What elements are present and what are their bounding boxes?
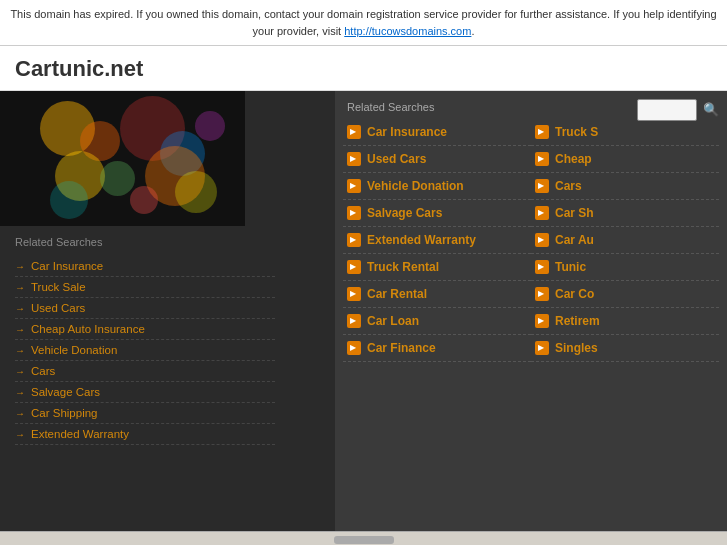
panel-link-car-sh[interactable]: Car Sh (555, 206, 594, 220)
grid-right-col: Truck S Cheap Cars Car Sh Car Au (531, 119, 719, 362)
list-item: Used Cars (343, 146, 531, 173)
panel-link-singles[interactable]: Singles (555, 341, 598, 355)
related-searches-panel: Related Searches Car Insurance Used Cars… (335, 91, 727, 531)
arrow-icon: → (15, 345, 25, 356)
sidebar-link-car-shipping[interactable]: Car Shipping (31, 407, 97, 419)
sidebar-link-cars[interactable]: Cars (31, 365, 55, 377)
panel-link-car-au[interactable]: Car Au (555, 233, 594, 247)
orange-arrow-icon (347, 152, 361, 166)
panel-link-truck-s[interactable]: Truck S (555, 125, 598, 139)
sidebar-link-car-insurance[interactable]: Car Insurance (31, 260, 103, 272)
scrollbar-thumb[interactable] (334, 536, 394, 544)
search-box-area: 🔍 (637, 99, 719, 121)
orange-arrow-icon (347, 125, 361, 139)
search-icon[interactable]: 🔍 (703, 102, 719, 117)
links-grid: Car Insurance Used Cars Vehicle Donation… (335, 119, 727, 362)
left-sidebar: Related Searches → Car Insurance → Truck… (0, 91, 290, 531)
orange-arrow-icon (347, 233, 361, 247)
list-item: Car Co (531, 281, 719, 308)
list-item: Car Finance (343, 335, 531, 362)
arrow-icon: → (15, 408, 25, 419)
arrow-icon: → (15, 282, 25, 293)
sidebar-link-cheap-auto[interactable]: Cheap Auto Insurance (31, 323, 145, 335)
list-item: Car Sh (531, 200, 719, 227)
orange-arrow-icon (347, 287, 361, 301)
orange-arrow-icon (535, 341, 549, 355)
panel-link-car-insurance[interactable]: Car Insurance (367, 125, 447, 139)
list-item: Truck S (531, 119, 719, 146)
panel-link-car-rental[interactable]: Car Rental (367, 287, 427, 301)
list-item: Truck Rental (343, 254, 531, 281)
panel-link-salvage-cars[interactable]: Salvage Cars (367, 206, 442, 220)
sidebar-section-title: Related Searches (15, 236, 275, 248)
orange-arrow-icon (535, 206, 549, 220)
grid-left-col: Car Insurance Used Cars Vehicle Donation… (343, 119, 531, 362)
arrow-icon: → (15, 261, 25, 272)
list-item: → Truck Sale (15, 277, 275, 298)
site-title: Cartunic.net (15, 56, 143, 82)
list-item: Cars (531, 173, 719, 200)
list-item: → Extended Warranty (15, 424, 275, 445)
arrow-icon: → (15, 429, 25, 440)
orange-arrow-icon (347, 206, 361, 220)
search-input[interactable] (637, 99, 697, 121)
arrow-icon: → (15, 366, 25, 377)
list-item: → Used Cars (15, 298, 275, 319)
expired-domain-banner: This domain has expired. If you owned th… (0, 0, 727, 46)
site-header: Cartunic.net (0, 46, 727, 91)
list-item: → Car Insurance (15, 256, 275, 277)
sidebar-link-salvage-cars[interactable]: Salvage Cars (31, 386, 100, 398)
sidebar-related-section: Related Searches → Car Insurance → Truck… (0, 226, 290, 531)
orange-arrow-icon (535, 152, 549, 166)
list-item: → Salvage Cars (15, 382, 275, 403)
list-item: Car Insurance (343, 119, 531, 146)
list-item: → Vehicle Donation (15, 340, 275, 361)
list-item: → Cheap Auto Insurance (15, 319, 275, 340)
list-item: Car Loan (343, 308, 531, 335)
panel-link-car-finance[interactable]: Car Finance (367, 341, 436, 355)
list-item: Extended Warranty (343, 227, 531, 254)
orange-arrow-icon (535, 233, 549, 247)
panel-link-tunic[interactable]: Tunic (555, 260, 586, 274)
orange-arrow-icon (535, 287, 549, 301)
arrow-icon: → (15, 324, 25, 335)
orange-arrow-icon (347, 314, 361, 328)
list-item: Singles (531, 335, 719, 362)
orange-arrow-icon (535, 179, 549, 193)
hero-bokeh (0, 91, 245, 226)
panel-link-car-loan[interactable]: Car Loan (367, 314, 419, 328)
panel-link-cars[interactable]: Cars (555, 179, 582, 193)
sidebar-link-truck-sale[interactable]: Truck Sale (31, 281, 86, 293)
arrow-icon: → (15, 387, 25, 398)
panel-link-cheap[interactable]: Cheap (555, 152, 592, 166)
list-item: Car Au (531, 227, 719, 254)
list-item: Retirem (531, 308, 719, 335)
panel-link-truck-rental[interactable]: Truck Rental (367, 260, 439, 274)
sidebar-link-vehicle-donation[interactable]: Vehicle Donation (31, 344, 117, 356)
orange-arrow-icon (535, 260, 549, 274)
list-item: Tunic (531, 254, 719, 281)
bottom-scrollbar[interactable] (0, 531, 727, 545)
sidebar-link-used-cars[interactable]: Used Cars (31, 302, 85, 314)
panel-link-extended-warranty[interactable]: Extended Warranty (367, 233, 476, 247)
orange-arrow-icon (347, 341, 361, 355)
main-content: Related Searches → Car Insurance → Truck… (0, 91, 727, 531)
arrow-icon: → (15, 303, 25, 314)
panel-link-car-co[interactable]: Car Co (555, 287, 594, 301)
list-item: → Cars (15, 361, 275, 382)
sidebar-links-list: → Car Insurance → Truck Sale → Used Cars… (15, 256, 275, 445)
orange-arrow-icon (347, 179, 361, 193)
list-item: Salvage Cars (343, 200, 531, 227)
orange-arrow-icon (535, 314, 549, 328)
list-item: Vehicle Donation (343, 173, 531, 200)
list-item: Car Rental (343, 281, 531, 308)
orange-arrow-icon (535, 125, 549, 139)
list-item: → Car Shipping (15, 403, 275, 424)
orange-arrow-icon (347, 260, 361, 274)
panel-link-vehicle-donation[interactable]: Vehicle Donation (367, 179, 464, 193)
list-item: Cheap (531, 146, 719, 173)
sidebar-link-extended-warranty[interactable]: Extended Warranty (31, 428, 129, 440)
panel-link-retirem[interactable]: Retirem (555, 314, 600, 328)
banner-link[interactable]: http://tucowsdomains.com (344, 25, 471, 37)
panel-link-used-cars[interactable]: Used Cars (367, 152, 426, 166)
